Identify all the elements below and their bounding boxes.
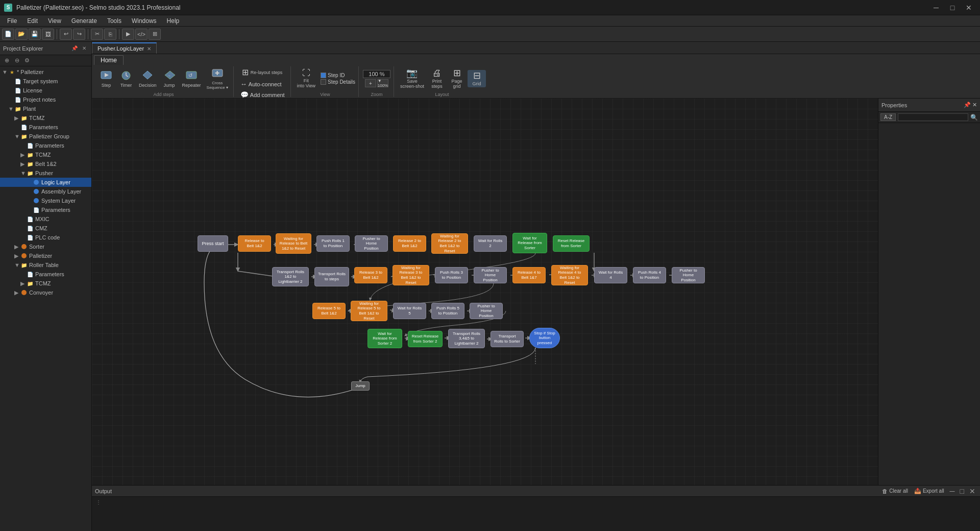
tree-item-parameters2[interactable]: 📄 Parameters	[0, 141, 91, 150]
ribbon-tab-home[interactable]: Home	[94, 55, 124, 65]
output-minimize-btn[interactable]: ─	[948, 487, 957, 495]
tab-close-btn[interactable]: ✕	[147, 46, 151, 52]
tree-item-convoyer[interactable]: ▶ Convoyer	[0, 288, 91, 297]
step-details-checkbox-row[interactable]: Step Details	[321, 79, 355, 85]
menu-view[interactable]: View	[43, 16, 66, 26]
tree-item-mxic[interactable]: 📄 MXIC	[0, 214, 91, 224]
props-sort-az-btn[interactable]: A-Z	[880, 113, 896, 121]
output-close-btn[interactable]: ✕	[968, 487, 977, 495]
node-waiting-release-2[interactable]: Waiting for Release 2 to Belt 1&2 to Res…	[431, 233, 468, 254]
node-reset-release-sorter[interactable]: Reset Release from Sorter	[553, 235, 590, 252]
export-all-button[interactable]: 📤 Export all	[912, 487, 946, 495]
node-wait-rolls-2[interactable]: Wait for Rolls 2	[474, 235, 507, 252]
node-transport-rolls-2[interactable]: Transport Rolls 3,4&5 to Lightbarrier 2	[448, 329, 485, 348]
ribbon-btn-repeater[interactable]: ↺ Repeater	[180, 69, 203, 89]
tab-pusher-logic[interactable]: Pusher.LogicLayer ✕	[92, 42, 157, 54]
node-release-5-belt[interactable]: Release 5 to Belt 1&2	[312, 303, 346, 319]
node-waiting-release-5[interactable]: Waiting for Release 5 to Belt 1&2 to Res…	[351, 301, 387, 321]
tree-item-assembly-layer[interactable]: Assembly Layer	[0, 187, 91, 196]
toolbar-img[interactable]: 🖼	[42, 29, 54, 40]
node-press-start[interactable]: Press start	[198, 235, 228, 252]
tree-item-palletizer-node[interactable]: ▶ Palletizer	[0, 251, 91, 260]
zoom-in-btn[interactable]: +	[365, 79, 376, 87]
node-pusher-home-3[interactable]: Pusher to Home Position	[672, 267, 705, 283]
menu-file[interactable]: File	[2, 16, 22, 26]
ribbon-btn-decision[interactable]: Decision	[137, 69, 159, 89]
tree-item-plant[interactable]: ▼ 📁 Plant	[0, 104, 91, 113]
props-pin-btn[interactable]: 📌	[964, 102, 971, 108]
node-push-rolls-3[interactable]: Push Rolls 3 to Position	[435, 267, 468, 283]
tree-item-cmz[interactable]: 📄 CMZ	[0, 224, 91, 233]
ribbon-btn-timer[interactable]: Timer	[117, 69, 135, 89]
clear-all-button[interactable]: 🗑 Clear all	[880, 488, 910, 495]
toolbar-layout[interactable]: ⊞	[149, 29, 161, 40]
ribbon-btn-page-grid[interactable]: ⊞ Pagegrid	[448, 67, 466, 90]
node-waiting-release-4[interactable]: Waiting for Release 4 to Belt 1&2 to Res…	[551, 265, 588, 285]
tree-item-tcmz1[interactable]: ▶ 📁 TCMZ	[0, 113, 91, 123]
tree-item-plc-code[interactable]: 📄 PLC code	[0, 233, 91, 242]
menu-windows[interactable]: Windows	[127, 16, 162, 26]
node-release-belt-1[interactable]: Release to Belt 1&2	[238, 235, 271, 252]
toolbar-undo[interactable]: ↩	[60, 29, 72, 40]
node-stop-button[interactable]: Stop if Stop button pressed	[529, 328, 560, 348]
toolbar-cut[interactable]: ✂	[91, 29, 103, 40]
menu-edit[interactable]: Edit	[22, 16, 43, 26]
props-search-input[interactable]	[898, 113, 968, 121]
node-wait-release-sorter2[interactable]: Wait for Release from Sorter 2	[368, 329, 402, 348]
tree-item-palletizer[interactable]: ▼ ★ * Palletizer	[0, 67, 91, 77]
close-button[interactable]: ✕	[962, 3, 976, 12]
pe-close-button[interactable]: ✕	[80, 45, 88, 52]
tree-item-system-layer[interactable]: System Layer	[0, 196, 91, 205]
canvas-area[interactable]: Press start Release to Belt 1&2 Waiting …	[92, 99, 878, 485]
node-reset-release-sorter2[interactable]: Reset Release from Sorter 2	[408, 331, 443, 347]
tree-item-logic-layer[interactable]: Logic Layer	[0, 178, 91, 187]
toolbar-new[interactable]: 📄	[2, 29, 14, 40]
node-push-rolls-4[interactable]: Push Rolls 4 to Position	[633, 267, 666, 283]
ribbon-btn-step[interactable]: Step	[97, 69, 115, 89]
node-transport-rolls-steps[interactable]: Transport Rolls to steps	[314, 267, 349, 286]
tree-item-belt12[interactable]: ▶ 📁 Belt 1&2	[0, 159, 91, 168]
node-transport-rolls-1[interactable]: Transport Rolls 1&2 to Lightbarrier 2	[272, 267, 309, 286]
ribbon-btn-cross-sequence[interactable]: ✚ CrossSequence ▾	[205, 67, 230, 91]
node-wait-rolls-5[interactable]: Wait for Rolls 5	[393, 303, 426, 319]
node-release-3-belt[interactable]: Release 3 to Belt 1&2	[354, 267, 387, 283]
step-details-checkbox[interactable]	[321, 79, 326, 85]
tree-item-project-notes[interactable]: 📄 Project notes	[0, 95, 91, 104]
toolbar-code[interactable]: </>	[135, 29, 148, 40]
tree-item-target-system[interactable]: 📄 Target system	[0, 77, 91, 86]
node-transport-rolls-sorter[interactable]: Transport Rolls to Sorter	[491, 331, 524, 347]
zoom-input[interactable]	[363, 70, 390, 78]
step-id-checkbox-row[interactable]: Step ID	[321, 73, 355, 78]
menu-tools[interactable]: Tools	[102, 16, 127, 26]
ribbon-btn-grid[interactable]: ⊟ Grid	[468, 70, 486, 87]
ribbon-btn-re-layout[interactable]: ⊞ Re-layout steps	[238, 66, 287, 78]
output-expand-btn[interactable]: □	[959, 487, 966, 495]
tree-item-parameters1[interactable]: 📄 Parameters	[0, 123, 91, 132]
props-close-btn[interactable]: ✕	[972, 102, 977, 108]
ribbon-btn-fit-view[interactable]: ⛶ Fitinto View	[295, 68, 317, 89]
ribbon-btn-jump[interactable]: → Jump	[160, 69, 179, 89]
tree-item-parameters3[interactable]: 📄 Parameters	[0, 205, 91, 214]
ribbon-btn-auto-connect[interactable]: ↔ Auto-connect	[238, 79, 284, 89]
toolbar-copy[interactable]: ⎘	[104, 29, 116, 40]
node-release-4-belt[interactable]: Release 4 to Belt 1&7	[512, 267, 546, 283]
tree-filter-btn[interactable]: ⚙	[22, 57, 32, 65]
tree-item-license[interactable]: 📄 License	[0, 86, 91, 95]
toolbar-open[interactable]: 📂	[15, 29, 28, 40]
node-release-2-belt[interactable]: Release 2 to Belt 1&2	[393, 235, 426, 252]
tree-collapse-btn[interactable]: ⊖	[12, 57, 21, 65]
toolbar-redo[interactable]: ↪	[73, 29, 85, 40]
ribbon-btn-print-steps[interactable]: 🖨 Printsteps	[428, 67, 446, 90]
node-wait-rolls-4[interactable]: Wait for Rolls 4	[594, 267, 627, 283]
tree-item-parameters4[interactable]: 📄 Parameters	[0, 270, 91, 279]
node-waiting-release-1[interactable]: Waiting for Release to Belt 1&2 to Reset	[276, 233, 311, 254]
node-push-rolls-1[interactable]: Push Rolls 1 to Position	[316, 235, 350, 252]
tree-item-palletizer-group[interactable]: ▼ 📁 Palletizer Group	[0, 132, 91, 141]
tree-item-roller-table[interactable]: ▼ 📁 Roller Table	[0, 260, 91, 270]
tree-item-pusher[interactable]: ▼ 📁 Pusher	[0, 168, 91, 178]
node-pusher-home-4[interactable]: Pusher to Home Position	[470, 303, 503, 319]
node-wait-release-sorter[interactable]: Wait for Release from Sorter	[512, 233, 547, 253]
node-waiting-release-3[interactable]: Waiting for Release 3 to Belt 1&2 to Res…	[393, 265, 429, 285]
maximize-button[interactable]: □	[945, 3, 960, 12]
toolbar-save[interactable]: 💾	[29, 29, 41, 40]
